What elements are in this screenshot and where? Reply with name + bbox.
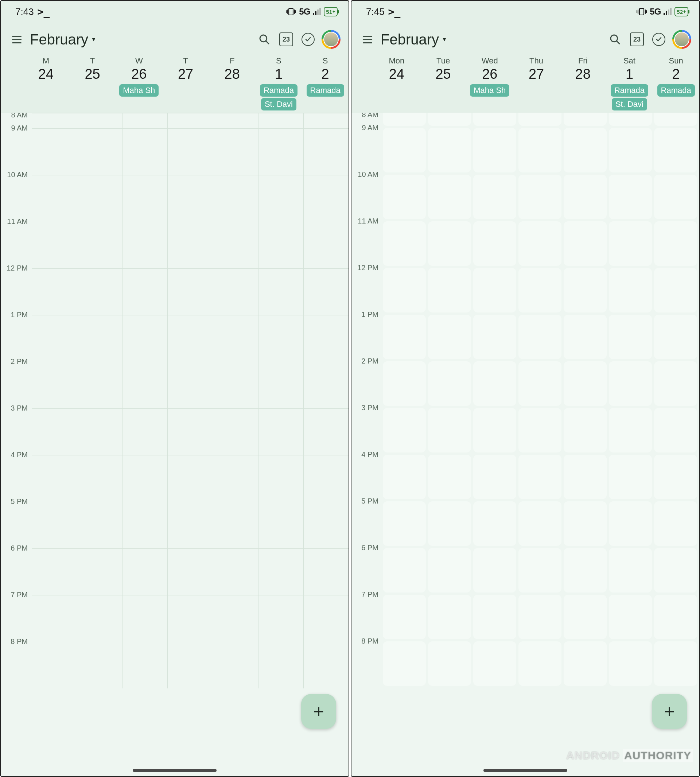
time-cell[interactable] [518, 128, 562, 172]
time-cell[interactable] [122, 222, 168, 268]
time-cell[interactable] [32, 315, 77, 362]
time-cell[interactable] [428, 548, 471, 592]
month-picker[interactable]: February ▼ [30, 32, 96, 48]
time-cell[interactable] [122, 642, 168, 689]
time-cell[interactable] [473, 641, 516, 686]
time-cell[interactable] [32, 269, 77, 315]
time-cell[interactable] [213, 222, 258, 268]
time-cell[interactable] [518, 501, 562, 546]
time-cell[interactable] [122, 549, 168, 595]
time-cell[interactable] [518, 175, 562, 219]
time-cell[interactable] [213, 455, 258, 502]
event-chip[interactable]: St. Davi [261, 98, 297, 110]
tasks-button[interactable] [650, 31, 667, 48]
time-cell[interactable] [654, 221, 697, 266]
time-cell[interactable] [428, 641, 471, 686]
time-cell[interactable] [213, 642, 258, 689]
time-cell[interactable] [32, 362, 77, 409]
time-cell[interactable] [609, 548, 652, 592]
time-cell[interactable] [77, 269, 122, 315]
time-cell[interactable] [428, 113, 471, 126]
time-cell[interactable] [168, 269, 213, 315]
time-cell[interactable] [563, 175, 607, 219]
time-cell[interactable] [77, 455, 122, 502]
time-cell[interactable] [609, 315, 652, 359]
time-cell[interactable] [473, 361, 516, 406]
time-cell[interactable] [473, 315, 516, 359]
time-cell[interactable] [168, 642, 213, 689]
time-cell[interactable] [122, 113, 168, 128]
time-cell[interactable] [77, 362, 122, 409]
time-cell[interactable] [563, 641, 607, 686]
time-cell[interactable] [304, 222, 348, 268]
time-cell[interactable] [473, 113, 516, 126]
time-cell[interactable] [654, 408, 697, 452]
day-header[interactable]: Fri28 [560, 56, 606, 82]
time-cell[interactable] [609, 128, 652, 172]
time-cell[interactable] [32, 409, 77, 455]
time-cell[interactable] [473, 548, 516, 592]
day-header[interactable]: F28 [209, 56, 255, 82]
time-cell[interactable] [563, 408, 607, 452]
time-cell[interactable] [563, 595, 607, 639]
time-cell[interactable] [473, 408, 516, 452]
time-cell[interactable] [518, 641, 562, 686]
time-cell[interactable] [304, 269, 348, 315]
time-cell[interactable] [654, 315, 697, 359]
time-cell[interactable] [654, 175, 697, 219]
time-cell[interactable] [518, 113, 562, 126]
time-cell[interactable] [383, 455, 426, 499]
time-grid[interactable]: 8 AM9 AM10 AM11 AM12 PM1 PM2 PM3 PM4 PM5… [1, 113, 348, 776]
day-header[interactable]: S1 [255, 56, 302, 82]
time-cell[interactable] [518, 595, 562, 639]
nav-handle[interactable] [133, 769, 217, 772]
time-cell[interactable] [654, 641, 697, 686]
time-cell[interactable] [473, 501, 516, 546]
day-header[interactable]: M24 [23, 56, 69, 82]
time-cell[interactable] [122, 129, 168, 175]
time-cell[interactable] [563, 113, 607, 126]
time-cell[interactable] [122, 362, 168, 409]
time-cell[interactable] [77, 129, 122, 175]
time-cell[interactable] [77, 113, 122, 128]
time-cell[interactable] [609, 455, 652, 499]
time-cell[interactable] [383, 221, 426, 266]
time-cell[interactable] [304, 409, 348, 455]
time-cell[interactable] [383, 408, 426, 452]
time-cell[interactable] [428, 268, 471, 312]
day-header[interactable]: W26 [115, 56, 162, 82]
time-cell[interactable] [383, 113, 426, 126]
event-chip[interactable]: Ramada [657, 84, 695, 97]
time-cell[interactable] [122, 175, 168, 222]
time-cell[interactable] [213, 549, 258, 595]
time-cell[interactable] [654, 268, 697, 312]
time-cell[interactable] [258, 113, 304, 128]
time-cell[interactable] [383, 315, 426, 359]
time-cell[interactable] [473, 128, 516, 172]
time-cell[interactable] [168, 315, 213, 362]
time-cell[interactable] [428, 408, 471, 452]
time-cell[interactable] [383, 501, 426, 546]
time-cell[interactable] [258, 175, 304, 222]
time-cell[interactable] [563, 315, 607, 359]
time-cell[interactable] [258, 409, 304, 455]
nav-handle[interactable] [483, 769, 567, 772]
time-cell[interactable] [563, 455, 607, 499]
time-cell[interactable] [77, 549, 122, 595]
event-chip[interactable]: St. Davi [612, 98, 647, 110]
time-cell[interactable] [518, 221, 562, 266]
day-header[interactable]: Sun2 [653, 56, 699, 82]
time-cell[interactable] [473, 595, 516, 639]
time-cell[interactable] [168, 113, 213, 128]
time-cell[interactable] [518, 268, 562, 312]
menu-button[interactable] [9, 32, 25, 47]
time-cell[interactable] [563, 361, 607, 406]
time-cell[interactable] [77, 175, 122, 222]
day-header[interactable]: Mon24 [373, 56, 420, 82]
time-cell[interactable] [383, 175, 426, 219]
time-cell[interactable] [383, 548, 426, 592]
time-cell[interactable] [563, 548, 607, 592]
time-cell[interactable] [428, 501, 471, 546]
time-cell[interactable] [654, 113, 697, 126]
time-cell[interactable] [32, 129, 77, 175]
